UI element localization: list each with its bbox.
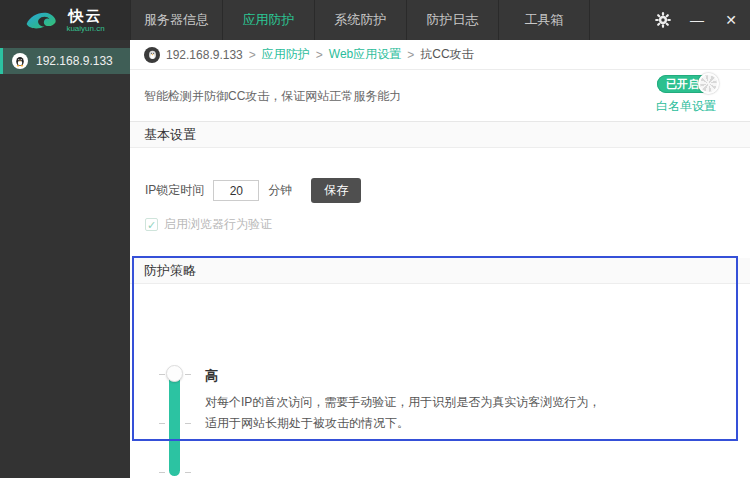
enabled-toggle-label: 已开启 (666, 78, 699, 90)
breadcrumb: 192.168.9.133 > 应用防护 > Web应用设置 > 抗CC攻击 (130, 40, 750, 70)
policy-level-name: 高 (205, 367, 600, 385)
breadcrumb-separator: > (249, 48, 256, 62)
close-icon[interactable]: ✕ (722, 12, 740, 28)
basic-settings-body: IP锁定时间 分钟 保存 ✓ 启用浏览器行为验证 (130, 148, 750, 258)
server-sidebar: 192.168.9.133 (0, 40, 130, 478)
minimize-icon[interactable]: — (688, 12, 706, 28)
slider-tick (185, 472, 191, 473)
nav-server-info[interactable]: 服务器信息 (130, 0, 222, 40)
window-controls: — ✕ (654, 0, 740, 40)
logo-text: 快云 kuaiyun.cn (66, 8, 104, 33)
save-button[interactable]: 保存 (311, 178, 361, 203)
breadcrumb-link-web-settings[interactable]: Web应用设置 (329, 46, 401, 63)
brand-domain: kuaiyun.cn (66, 25, 104, 33)
slider-tick (159, 472, 165, 473)
server-ip-label: 192.168.9.133 (36, 54, 113, 68)
policy-desc-line2: 适用于网站长期处于被攻击的情况下。 (205, 413, 600, 434)
feature-controls: 已开启 白名单设置 (656, 75, 716, 115)
browser-check-label: 启用浏览器行为验证 (164, 216, 272, 233)
app-logo: 快云 kuaiyun.cn (0, 0, 130, 40)
feature-description: 智能检测并防御CC攻击，保证网站正常服务能力 (144, 87, 401, 104)
policy-desc-line1: 对每个IP的首次访问，需要手动验证，用于识别是否为真实访客浏览行为， (205, 392, 600, 413)
nav-toolbox[interactable]: 工具箱 (498, 0, 590, 40)
browser-check-checkbox[interactable]: ✓ (145, 218, 158, 231)
slider-tick (185, 423, 191, 424)
breadcrumb-server: 192.168.9.133 (166, 48, 243, 62)
main-nav: 服务器信息 应用防护 系统防护 防护日志 工具箱 (130, 0, 590, 40)
ip-lock-unit: 分钟 (268, 182, 292, 199)
breadcrumb-separator: > (407, 48, 414, 62)
toggle-knob-icon (698, 73, 719, 94)
slider-tick (185, 374, 191, 375)
breadcrumb-current-page: 抗CC攻击 (420, 46, 473, 63)
policy-level-slider[interactable] (169, 370, 180, 476)
nav-system-protection[interactable]: 系统防护 (314, 0, 406, 40)
sidebar-item-server[interactable]: 192.168.9.133 (0, 48, 130, 74)
nav-protection-log[interactable]: 防护日志 (406, 0, 498, 40)
nav-app-protection[interactable]: 应用防护 (222, 0, 314, 40)
protection-policy-header: 防护策略 (130, 258, 750, 284)
slider-tick (159, 374, 165, 375)
ip-lock-label: IP锁定时间 (145, 182, 204, 199)
settings-gear-icon[interactable] (654, 11, 672, 29)
policy-slider-knob[interactable] (166, 365, 183, 382)
policy-level-description: 高 对每个IP的首次访问，需要手动验证，用于识别是否为真实访客浏览行为， 适用于… (205, 367, 600, 434)
main-content: 192.168.9.133 > 应用防护 > Web应用设置 > 抗CC攻击 智… (130, 40, 750, 478)
linux-tux-icon (12, 53, 28, 69)
breadcrumb-tux-icon (144, 47, 160, 63)
ip-lock-input[interactable] (213, 180, 259, 201)
ip-lock-row: IP锁定时间 分钟 保存 (130, 148, 750, 203)
breadcrumb-link-app-protection[interactable]: 应用防护 (262, 46, 310, 63)
brand-name: 快云 (69, 8, 103, 23)
enabled-toggle[interactable]: 已开启 (657, 75, 715, 93)
kuaiyun-swirl-icon (25, 9, 61, 31)
protection-policy-body: 高 对每个IP的首次访问，需要手动验证，用于识别是否为真实访客浏览行为， 适用于… (130, 284, 750, 478)
browser-check-row: ✓ 启用浏览器行为验证 (145, 216, 750, 233)
protection-policy-section: 防护策略 高 对每个IP的首次访问，需要手动验证，用于识别是否为真实访客浏览行为… (130, 258, 750, 478)
titlebar: 快云 kuaiyun.cn 服务器信息 应用防护 系统防护 防护日志 工具箱 (0, 0, 750, 40)
slider-tick (159, 423, 165, 424)
whitelist-settings-link[interactable]: 白名单设置 (656, 98, 716, 115)
breadcrumb-separator: > (316, 48, 323, 62)
feature-overview: 智能检测并防御CC攻击，保证网站正常服务能力 已开启 白名单设置 (130, 70, 750, 122)
app-window: 快云 kuaiyun.cn 服务器信息 应用防护 系统防护 防护日志 工具箱 (0, 0, 750, 478)
basic-settings-header: 基本设置 (130, 122, 750, 148)
